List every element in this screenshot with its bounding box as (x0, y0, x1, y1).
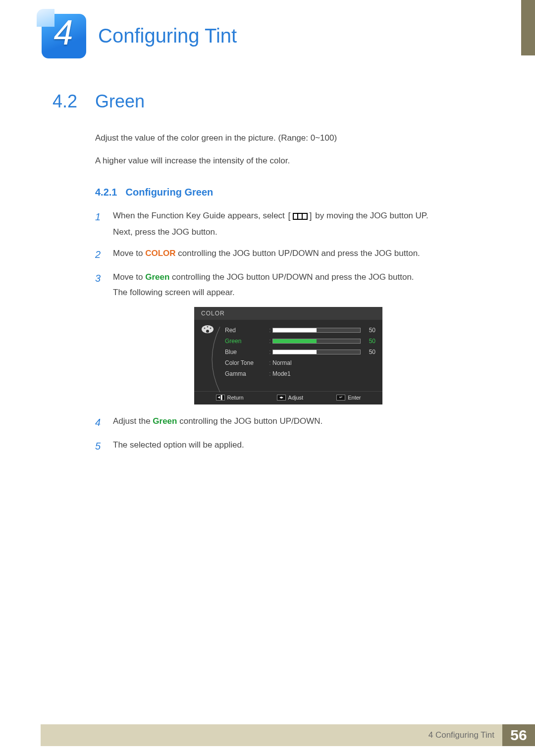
section-intro: Adjust the value of the color green in t… (95, 132, 490, 167)
osd-footer: ◄▌Return ◂▸Adjust ↵Enter (194, 391, 382, 401)
slider-red (272, 328, 361, 333)
osd-title: COLOR (194, 307, 382, 320)
osd-row-tone: Color Tone : Normal (225, 357, 375, 368)
chapter-title: Configuring Tint (98, 25, 237, 47)
osd-side-graphic (201, 325, 221, 379)
svg-point-1 (206, 330, 209, 333)
subsection-heading: 4.2.1 Configuring Green (95, 187, 490, 198)
step-number: 4 (95, 414, 113, 430)
highlight-green: Green (153, 416, 177, 426)
intro-line: A higher value will increase the intensi… (95, 154, 490, 167)
step-text: The selected option will be applied. (113, 440, 244, 450)
step-number: 3 (95, 270, 113, 299)
chapter-number: 4 (39, 13, 88, 52)
step-text: by moving the JOG button UP. (315, 211, 428, 220)
highlight-green: Green (145, 272, 169, 282)
step: 4 Adjust the Green controlling the JOG b… (95, 414, 490, 430)
step-text: Move to (113, 249, 145, 258)
page-footer: 4 Configuring Tint 56 (41, 724, 535, 746)
step: 5 The selected option will be applied. (95, 438, 490, 454)
section-heading: 4.2 Green (53, 91, 490, 112)
svg-point-2 (204, 328, 206, 329)
return-icon: ◄▌ (216, 395, 225, 401)
step-text: When the Function Key Guide appears, sel… (113, 211, 287, 220)
palette-icon (201, 325, 214, 334)
osd-row-blue: Blue : 50 (225, 347, 375, 357)
step-text: controlling the JOG button UP/DOWN. (179, 416, 322, 426)
section-number: 4.2 (53, 91, 95, 112)
step-text: Next, press the JOG button. (113, 225, 490, 239)
adjust-icon: ◂▸ (277, 395, 286, 401)
step: 2 Move to COLOR controlling the JOG butt… (95, 247, 490, 262)
step: 1 When the Function Key Guide appears, s… (95, 209, 490, 239)
header-stripe (521, 0, 535, 55)
step-text: Move to (113, 272, 145, 282)
osd-row-gamma: Gamma : Mode1 (225, 368, 375, 379)
enter-icon: ↵ (336, 395, 345, 401)
chapter-badge: 4 (39, 11, 88, 60)
highlight-color: COLOR (145, 249, 175, 258)
section-title: Green (95, 91, 145, 112)
menu-icon: [] (287, 209, 313, 223)
subsection-title: Configuring Green (126, 187, 214, 198)
slider-blue (272, 350, 361, 354)
slider-green (272, 339, 361, 344)
osd-row-red: Red : 50 (225, 325, 375, 336)
step-number: 5 (95, 438, 113, 454)
footer-chapter-ref: 4 Configuring Tint (428, 730, 494, 740)
step-text: controlling the JOG button UP/DOWN and p… (178, 249, 420, 258)
step-text: controlling the JOG button UP/DOWN and p… (172, 272, 414, 282)
step-text: Adjust the (113, 416, 153, 426)
subsection-number: 4.2.1 (95, 187, 123, 198)
step-text: The following screen will appear. (113, 286, 490, 299)
step: 3 Move to Green controlling the JOG butt… (95, 270, 490, 299)
step-number: 2 (95, 247, 113, 262)
osd-row-green: Green : 50 (225, 336, 375, 347)
chapter-header: 4 Configuring Tint (39, 11, 237, 60)
step-number: 1 (95, 209, 113, 239)
svg-point-4 (210, 328, 212, 329)
osd-menu: COLOR Red (194, 307, 382, 404)
intro-line: Adjust the value of the color green in t… (95, 132, 490, 145)
page-number: 56 (502, 724, 535, 746)
svg-point-3 (207, 326, 209, 328)
